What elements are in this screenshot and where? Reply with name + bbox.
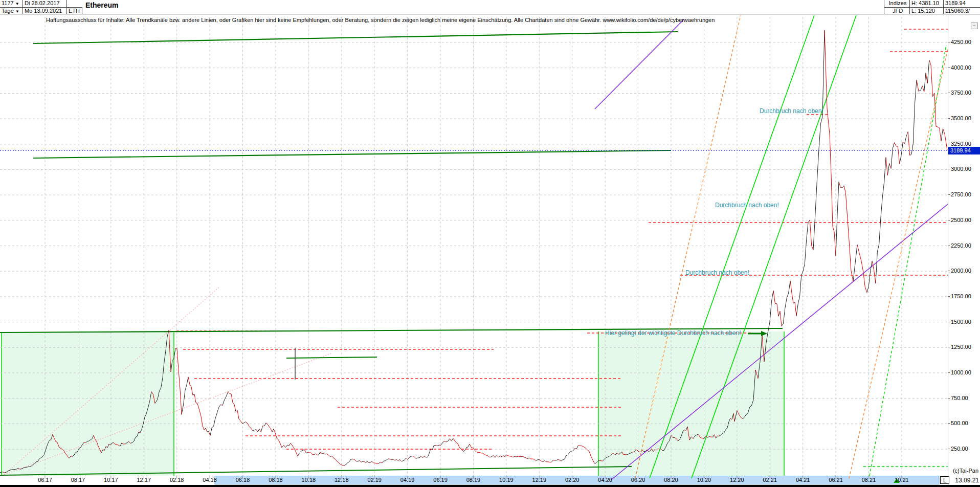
time-axis-label: 08.17 xyxy=(71,477,85,483)
breakout-annotation: Durchbruch nach oben! xyxy=(715,202,779,209)
time-axis-label: 08.19 xyxy=(466,477,481,483)
quote-volume: 115060.3/ xyxy=(944,7,980,14)
price-axis-label: 3500.00 xyxy=(951,115,971,121)
price-axis-label: 2750.00 xyxy=(951,191,971,197)
time-axis-label: 06.20 xyxy=(631,477,645,483)
price-axis-label: 4000.00 xyxy=(951,64,971,71)
breakout-annotation: Hier gelingt der wichtigste Durchbruch n… xyxy=(605,329,741,337)
time-axis-label: 06.19 xyxy=(433,477,448,483)
quote-feed-label: JFD xyxy=(884,7,910,14)
breakout-annotation: Durchbruch nach oben! xyxy=(685,269,749,276)
time-axis-label: 10.18 xyxy=(302,477,316,483)
header-quote-panel: Indizes H: 4381.10 3189.94 JFD L: 15.120… xyxy=(884,0,980,14)
linear-scale-button[interactable]: L xyxy=(940,476,949,484)
price-axis-label: 3250.00 xyxy=(951,141,971,147)
price-axis-label: 500.00 xyxy=(951,420,968,426)
bars-count-value: 1177 xyxy=(2,0,14,6)
bars-count-dropdown[interactable]: 1177 ▼ xyxy=(0,0,23,7)
price-axis-label: 250.00 xyxy=(951,446,968,452)
time-axis-label: 10.19 xyxy=(499,477,514,483)
time-axis-label: 06.17 xyxy=(38,477,52,483)
time-axis-label: 04.21 xyxy=(796,477,810,483)
time-axis-label: 12.19 xyxy=(532,477,547,483)
trend-box xyxy=(598,331,784,476)
price-axis-label: 1750.00 xyxy=(951,293,971,299)
quote-low: L: 15.120 xyxy=(910,7,944,14)
chevron-down-icon: ▼ xyxy=(15,2,19,6)
time-axis-label: 10.21 xyxy=(895,477,909,483)
price-axis-label: 2250.00 xyxy=(951,242,971,249)
quote-high: H: 4381.10 xyxy=(910,0,944,7)
time-axis-label: 08.18 xyxy=(269,477,283,483)
disclaimer-text: Haftungsausschluss für Inhalte: Alle Tre… xyxy=(46,17,715,23)
time-axis-label: 06.21 xyxy=(829,477,843,483)
price-chart-svg xyxy=(0,14,948,485)
time-axis-label: 04.18 xyxy=(203,477,217,483)
time-axis-label: 02.21 xyxy=(763,477,777,483)
time-axis-label: 08.21 xyxy=(862,477,876,483)
time-axis-label: 08.20 xyxy=(664,477,678,483)
time-axis-label: 02.18 xyxy=(170,477,184,483)
tai-pan-chart-window: { "header": { "bars_count": "1177", "bar… xyxy=(0,0,980,487)
time-axis-label: 02.19 xyxy=(367,477,382,483)
start-date-cell: Di 28.02.2017 xyxy=(23,0,67,7)
quote-group-label: Indizes xyxy=(884,0,910,7)
header-bar: 1177 ▼ Di 28.02.2017 Tage ▼ Mo 13.09.202… xyxy=(0,0,980,14)
time-axis-label: 10.17 xyxy=(104,477,118,483)
price-axis-label: 750.00 xyxy=(951,395,968,401)
price-axis-label: 2000.00 xyxy=(951,268,971,274)
time-axis-label: 12.17 xyxy=(137,477,151,483)
time-axis-label: 04.20 xyxy=(598,477,612,483)
collapse-axis-button[interactable]: − xyxy=(971,23,978,29)
current-price-badge: 3189.94 xyxy=(948,147,980,154)
price-axis-label: 3750.00 xyxy=(951,90,971,96)
end-date-cell: Mo 13.09.2021 xyxy=(23,7,67,14)
price-axis-label: 3000.00 xyxy=(951,166,971,172)
chevron-down-icon: ▼ xyxy=(15,9,19,14)
symbol-code-cell: ETH xyxy=(67,7,82,14)
price-axis-label: 2500.00 xyxy=(951,217,971,223)
price-axis-label: 4250.00 xyxy=(951,39,971,45)
price-axis[interactable]: − 4250.004000.003750.003500.003250.00300… xyxy=(948,14,980,485)
quote-last: 3189.94 xyxy=(944,0,980,7)
page-title: Ethereum xyxy=(85,1,119,9)
time-axis-label: 10.20 xyxy=(697,477,711,483)
timeframe-dropdown[interactable]: Tage ▼ xyxy=(0,7,23,14)
time-axis-label: 06.18 xyxy=(236,477,250,483)
breakout-annotation: Durchbruch nach oben! xyxy=(760,107,823,115)
time-axis-label: 12.18 xyxy=(335,477,349,483)
time-axis-label: 02.20 xyxy=(565,477,580,483)
bottom-divider xyxy=(0,485,980,487)
price-axis-label: 1250.00 xyxy=(951,344,971,350)
time-axis[interactable]: 06.1708.1710.1712.1702.1804.1806.1808.18… xyxy=(0,476,948,485)
time-axis-label: 12.20 xyxy=(730,477,744,483)
last-date-label: 13.09.21 xyxy=(950,477,979,484)
price-axis-label: 1000.00 xyxy=(951,369,971,375)
time-axis-label: 04.19 xyxy=(400,477,415,483)
timeframe-value: Tage xyxy=(2,8,14,14)
price-axis-label: 1500.00 xyxy=(951,319,971,325)
copyright-label: (c)Tai-Pan xyxy=(953,468,978,474)
